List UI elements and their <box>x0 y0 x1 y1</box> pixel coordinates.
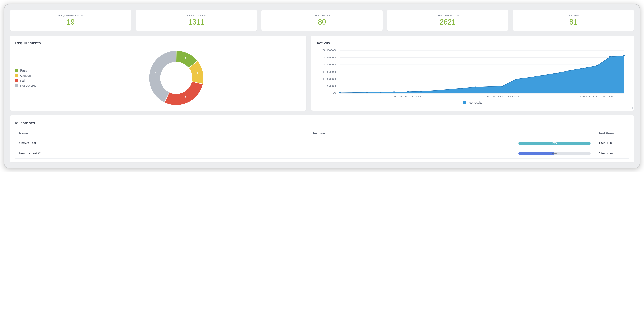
stat-value: 2621 <box>389 18 506 26</box>
milestone-progress-cell: 100% <box>514 138 594 148</box>
card-title: Activity <box>316 41 629 45</box>
column-header-name[interactable]: Name <box>15 129 308 138</box>
svg-point-29 <box>488 86 490 87</box>
milestone-runs: 4 test runs <box>594 148 629 159</box>
svg-point-34 <box>555 73 558 74</box>
legend-swatch-icon <box>15 74 18 77</box>
legend-label: Pass <box>20 69 27 72</box>
progress-bar: 50% <box>518 152 590 155</box>
resize-handle-icon[interactable] <box>630 107 633 110</box>
milestone-name: Smoke Test <box>15 138 308 148</box>
legend-swatch-icon <box>463 101 466 104</box>
legend-item-pass[interactable]: Pass <box>15 69 45 72</box>
svg-text:2,000: 2,000 <box>322 63 336 66</box>
svg-point-38 <box>609 56 612 57</box>
svg-text:2,500: 2,500 <box>322 56 336 59</box>
svg-text:1,000: 1,000 <box>322 78 336 81</box>
svg-point-27 <box>460 88 463 89</box>
requirements-legend: Pass Caution Fail Not covered <box>15 67 45 89</box>
svg-text:2: 2 <box>185 96 186 99</box>
svg-point-24 <box>420 91 422 92</box>
activity-chart: 05001,0001,5002,0002,5003,000Nov 3, 2024… <box>316 49 629 99</box>
milestone-name: Feature Test #1 <box>15 148 308 159</box>
svg-point-28 <box>474 86 476 87</box>
column-header-deadline[interactable]: Deadline <box>308 129 514 138</box>
svg-text:0: 0 <box>333 92 336 95</box>
legend-label: Test results <box>468 101 482 104</box>
svg-text:1,500: 1,500 <box>322 71 336 73</box>
svg-point-39 <box>623 56 625 57</box>
stat-card-test-cases[interactable]: TEST CASES 1311 <box>136 10 257 31</box>
resize-handle-icon[interactable] <box>303 107 305 110</box>
svg-point-19 <box>352 92 355 93</box>
svg-point-33 <box>542 75 544 76</box>
milestone-deadline <box>308 148 514 159</box>
table-row[interactable]: Smoke Test100%1 test run <box>15 138 629 148</box>
column-header-progress <box>514 129 594 138</box>
legend-label: Not covered <box>20 84 36 87</box>
legend-item-not-covered[interactable]: Not covered <box>15 84 45 87</box>
stat-value: 19 <box>12 18 129 26</box>
stat-card-requirements[interactable]: REQUIREMENTS 19 <box>10 10 131 31</box>
column-header-test-runs[interactable]: Test Runs <box>594 129 629 138</box>
stat-card-test-runs[interactable]: TEST RUNS 80 <box>261 10 383 31</box>
legend-swatch-icon <box>15 69 18 72</box>
legend-swatch-icon <box>15 79 18 82</box>
stat-label: ISSUES <box>515 14 632 17</box>
svg-point-35 <box>569 70 571 71</box>
donut-chart: 1123 <box>52 49 301 107</box>
legend-swatch-icon <box>15 84 18 87</box>
stat-value: 81 <box>515 18 632 26</box>
svg-point-37 <box>596 66 598 67</box>
stat-label: REQUIREMENTS <box>12 14 129 17</box>
svg-text:1: 1 <box>196 72 198 75</box>
requirements-card: Requirements Pass Caution Fail <box>10 36 306 111</box>
milestone-runs: 1 test run <box>594 138 629 148</box>
svg-point-22 <box>393 91 396 92</box>
charts-row: Requirements Pass Caution Fail <box>10 36 634 111</box>
stat-label: TEST RUNS <box>264 14 380 17</box>
stat-label: TEST CASES <box>138 14 255 17</box>
svg-text:Nov 10, 2024: Nov 10, 2024 <box>486 95 519 98</box>
svg-text:3: 3 <box>154 72 156 75</box>
svg-point-25 <box>434 90 436 91</box>
legend-item-caution[interactable]: Caution <box>15 74 45 77</box>
svg-text:500: 500 <box>327 85 336 88</box>
activity-legend[interactable]: Test results <box>316 101 629 104</box>
milestone-progress-cell: 50% <box>514 148 594 159</box>
legend-label: Caution <box>20 74 31 77</box>
svg-point-31 <box>515 79 517 80</box>
svg-text:3,000: 3,000 <box>322 49 336 52</box>
svg-point-21 <box>380 92 382 93</box>
progress-fill <box>518 152 554 155</box>
activity-card: Activity 05001,0001,5002,0002,5003,000No… <box>311 36 634 111</box>
progress-label: 50% <box>552 152 557 155</box>
requirements-body: Pass Caution Fail Not covered <box>15 49 301 107</box>
svg-point-23 <box>406 91 409 92</box>
legend-item-fail[interactable]: Fail <box>15 79 45 82</box>
svg-point-20 <box>366 92 368 93</box>
card-title: Requirements <box>15 41 301 45</box>
svg-point-32 <box>528 77 530 78</box>
svg-point-18 <box>339 92 341 93</box>
svg-text:1: 1 <box>185 57 186 60</box>
stat-value: 1311 <box>138 18 255 26</box>
stat-card-test-results[interactable]: TEST RESULTS 2621 <box>387 10 508 31</box>
milestones-card: Milestones Name Deadline Test Runs Smoke… <box>10 116 634 162</box>
card-title: Milestones <box>15 121 629 125</box>
progress-label: 100% <box>552 142 557 144</box>
svg-point-36 <box>582 68 584 69</box>
milestone-deadline <box>308 138 514 148</box>
stat-label: TEST RESULTS <box>389 14 506 17</box>
dashboard-window: REQUIREMENTS 19 TEST CASES 1311 TEST RUN… <box>4 4 640 168</box>
stat-card-issues[interactable]: ISSUES 81 <box>513 10 634 31</box>
svg-text:Nov 17, 2024: Nov 17, 2024 <box>580 95 614 98</box>
svg-point-26 <box>447 89 450 90</box>
table-row[interactable]: Feature Test #150%4 test runs <box>15 148 629 159</box>
legend-label: Fail <box>20 79 25 82</box>
milestones-table: Name Deadline Test Runs Smoke Test100%1 … <box>15 129 629 159</box>
stats-row: REQUIREMENTS 19 TEST CASES 1311 TEST RUN… <box>10 10 634 31</box>
svg-text:Nov 3, 2024: Nov 3, 2024 <box>392 95 423 98</box>
stat-value: 80 <box>264 18 380 26</box>
progress-bar: 100% <box>518 142 590 145</box>
